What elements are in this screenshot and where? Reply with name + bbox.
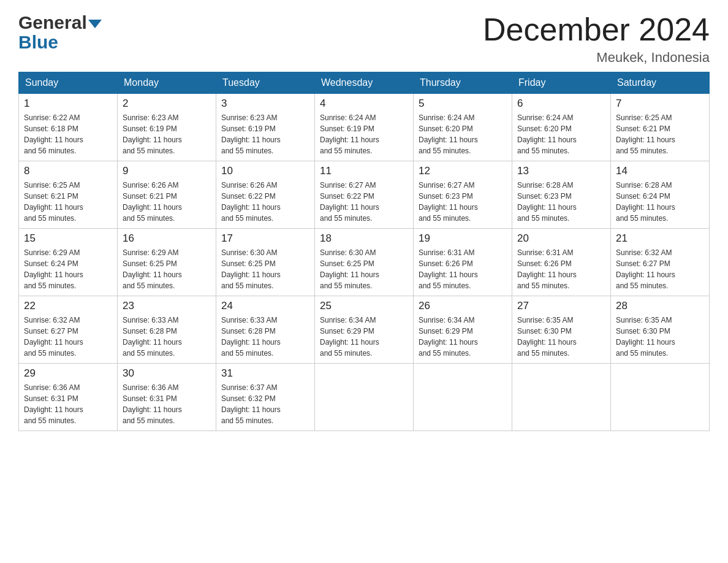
day-number: 13 (517, 165, 605, 177)
day-info: Sunrise: 6:28 AMSunset: 6:23 PMDaylight:… (517, 180, 605, 224)
calendar-day-cell: 18Sunrise: 6:30 AMSunset: 6:25 PMDayligh… (315, 229, 414, 296)
day-info: Sunrise: 6:26 AMSunset: 6:22 PMDaylight:… (221, 180, 309, 224)
day-number: 2 (123, 98, 211, 110)
calendar-day-cell: 30Sunrise: 6:36 AMSunset: 6:31 PMDayligh… (118, 364, 216, 431)
calendar-day-cell: 20Sunrise: 6:31 AMSunset: 6:26 PMDayligh… (512, 229, 611, 296)
day-info: Sunrise: 6:29 AMSunset: 6:24 PMDaylight:… (24, 247, 112, 291)
day-info: Sunrise: 6:23 AMSunset: 6:19 PMDaylight:… (123, 112, 211, 156)
location-title: Meukek, Indonesia (483, 50, 710, 66)
day-info: Sunrise: 6:30 AMSunset: 6:25 PMDaylight:… (320, 247, 408, 291)
day-info: Sunrise: 6:32 AMSunset: 6:27 PMDaylight:… (616, 247, 704, 291)
day-info: Sunrise: 6:36 AMSunset: 6:31 PMDaylight:… (123, 382, 211, 426)
calendar-day-cell: 21Sunrise: 6:32 AMSunset: 6:27 PMDayligh… (611, 229, 710, 296)
day-number: 14 (616, 165, 704, 177)
day-number: 10 (221, 165, 309, 177)
calendar-day-cell: 11Sunrise: 6:27 AMSunset: 6:22 PMDayligh… (315, 161, 414, 229)
calendar-week-row: 15Sunrise: 6:29 AMSunset: 6:24 PMDayligh… (19, 229, 710, 296)
day-info: Sunrise: 6:36 AMSunset: 6:31 PMDaylight:… (24, 382, 112, 426)
day-number: 24 (221, 300, 309, 312)
day-of-week-header: Tuesday (216, 72, 315, 94)
calendar-day-cell: 12Sunrise: 6:27 AMSunset: 6:23 PMDayligh… (414, 161, 512, 229)
day-number: 18 (320, 232, 408, 245)
day-number: 6 (517, 98, 605, 110)
calendar-day-cell: 16Sunrise: 6:29 AMSunset: 6:25 PMDayligh… (118, 229, 216, 296)
day-info: Sunrise: 6:31 AMSunset: 6:26 PMDaylight:… (419, 247, 507, 291)
day-info: Sunrise: 6:34 AMSunset: 6:29 PMDaylight:… (419, 315, 507, 359)
day-info: Sunrise: 6:31 AMSunset: 6:26 PMDaylight:… (517, 247, 605, 291)
title-section: December 2024 Meukek, Indonesia (483, 12, 710, 66)
day-info: Sunrise: 6:35 AMSunset: 6:30 PMDaylight:… (517, 315, 605, 359)
calendar-day-cell: 6Sunrise: 6:24 AMSunset: 6:20 PMDaylight… (512, 94, 611, 161)
day-info: Sunrise: 6:25 AMSunset: 6:21 PMDaylight:… (616, 112, 704, 156)
calendar-day-cell: 31Sunrise: 6:37 AMSunset: 6:32 PMDayligh… (216, 364, 315, 431)
calendar-day-cell: 28Sunrise: 6:35 AMSunset: 6:30 PMDayligh… (611, 296, 710, 364)
day-info: Sunrise: 6:35 AMSunset: 6:30 PMDaylight:… (616, 315, 704, 359)
calendar-day-cell: 4Sunrise: 6:24 AMSunset: 6:19 PMDaylight… (315, 94, 414, 161)
day-number: 4 (320, 98, 408, 110)
calendar-week-row: 22Sunrise: 6:32 AMSunset: 6:27 PMDayligh… (19, 296, 710, 364)
day-info: Sunrise: 6:22 AMSunset: 6:18 PMDaylight:… (24, 112, 112, 156)
day-info: Sunrise: 6:28 AMSunset: 6:24 PMDaylight:… (616, 180, 704, 224)
day-number: 30 (123, 367, 211, 380)
day-number: 21 (616, 232, 704, 245)
day-info: Sunrise: 6:37 AMSunset: 6:32 PMDaylight:… (221, 382, 309, 426)
calendar-day-cell: 1Sunrise: 6:22 AMSunset: 6:18 PMDaylight… (19, 94, 118, 161)
calendar-day-cell: 24Sunrise: 6:33 AMSunset: 6:28 PMDayligh… (216, 296, 315, 364)
day-number: 27 (517, 300, 605, 312)
calendar-day-cell (611, 364, 710, 431)
day-number: 23 (123, 300, 211, 312)
day-number: 7 (616, 98, 704, 110)
page-header: General Blue December 2024 Meukek, Indon… (18, 12, 710, 66)
day-of-week-header: Thursday (414, 72, 512, 94)
day-info: Sunrise: 6:24 AMSunset: 6:19 PMDaylight:… (320, 112, 408, 156)
calendar-day-cell: 5Sunrise: 6:24 AMSunset: 6:20 PMDaylight… (414, 94, 512, 161)
day-of-week-header: Friday (512, 72, 611, 94)
day-number: 16 (123, 232, 211, 245)
calendar-day-cell: 26Sunrise: 6:34 AMSunset: 6:29 PMDayligh… (414, 296, 512, 364)
day-info: Sunrise: 6:29 AMSunset: 6:25 PMDaylight:… (123, 247, 211, 291)
day-number: 8 (24, 165, 112, 177)
calendar-day-cell: 22Sunrise: 6:32 AMSunset: 6:27 PMDayligh… (19, 296, 118, 364)
calendar-header-row: SundayMondayTuesdayWednesdayThursdayFrid… (19, 72, 710, 94)
calendar-day-cell (414, 364, 512, 431)
day-info: Sunrise: 6:33 AMSunset: 6:28 PMDaylight:… (123, 315, 211, 359)
calendar-day-cell: 17Sunrise: 6:30 AMSunset: 6:25 PMDayligh… (216, 229, 315, 296)
calendar-week-row: 29Sunrise: 6:36 AMSunset: 6:31 PMDayligh… (19, 364, 710, 431)
day-number: 9 (123, 165, 211, 177)
calendar-day-cell: 2Sunrise: 6:23 AMSunset: 6:19 PMDaylight… (118, 94, 216, 161)
calendar-day-cell: 15Sunrise: 6:29 AMSunset: 6:24 PMDayligh… (19, 229, 118, 296)
calendar-day-cell (315, 364, 414, 431)
logo-blue-text: Blue (18, 32, 58, 53)
calendar-day-cell: 13Sunrise: 6:28 AMSunset: 6:23 PMDayligh… (512, 161, 611, 229)
day-number: 5 (419, 98, 507, 110)
day-number: 1 (24, 98, 112, 110)
calendar-day-cell: 10Sunrise: 6:26 AMSunset: 6:22 PMDayligh… (216, 161, 315, 229)
day-number: 29 (24, 367, 112, 380)
calendar-day-cell: 9Sunrise: 6:26 AMSunset: 6:21 PMDaylight… (118, 161, 216, 229)
day-number: 26 (419, 300, 507, 312)
day-info: Sunrise: 6:23 AMSunset: 6:19 PMDaylight:… (221, 112, 309, 156)
day-info: Sunrise: 6:27 AMSunset: 6:22 PMDaylight:… (320, 180, 408, 224)
calendar-day-cell: 23Sunrise: 6:33 AMSunset: 6:28 PMDayligh… (118, 296, 216, 364)
day-of-week-header: Wednesday (315, 72, 414, 94)
calendar-day-cell: 7Sunrise: 6:25 AMSunset: 6:21 PMDaylight… (611, 94, 710, 161)
day-number: 25 (320, 300, 408, 312)
day-number: 3 (221, 98, 309, 110)
logo-chevron-icon (88, 20, 102, 28)
day-info: Sunrise: 6:25 AMSunset: 6:21 PMDaylight:… (24, 180, 112, 224)
day-info: Sunrise: 6:33 AMSunset: 6:28 PMDaylight:… (221, 315, 309, 359)
calendar-day-cell: 19Sunrise: 6:31 AMSunset: 6:26 PMDayligh… (414, 229, 512, 296)
day-info: Sunrise: 6:24 AMSunset: 6:20 PMDaylight:… (517, 112, 605, 156)
day-number: 19 (419, 232, 507, 245)
day-info: Sunrise: 6:26 AMSunset: 6:21 PMDaylight:… (123, 180, 211, 224)
day-info: Sunrise: 6:24 AMSunset: 6:20 PMDaylight:… (419, 112, 507, 156)
day-of-week-header: Sunday (19, 72, 118, 94)
day-number: 28 (616, 300, 704, 312)
day-info: Sunrise: 6:27 AMSunset: 6:23 PMDaylight:… (419, 180, 507, 224)
logo-general-text: General (18, 12, 87, 33)
calendar-day-cell (512, 364, 611, 431)
calendar-day-cell: 29Sunrise: 6:36 AMSunset: 6:31 PMDayligh… (19, 364, 118, 431)
calendar-table: SundayMondayTuesdayWednesdayThursdayFrid… (18, 72, 710, 431)
day-number: 11 (320, 165, 408, 177)
calendar-week-row: 1Sunrise: 6:22 AMSunset: 6:18 PMDaylight… (19, 94, 710, 161)
